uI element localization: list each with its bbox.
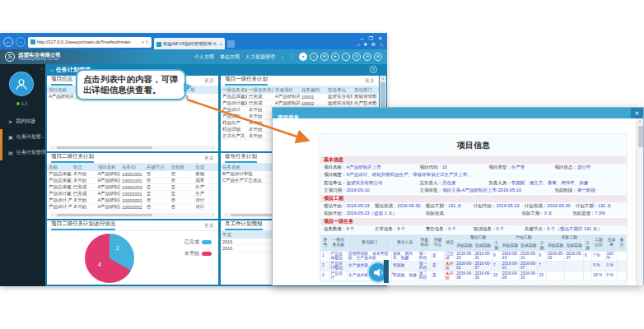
home-icon[interactable]: ⌂ xyxy=(357,42,360,48)
more-link[interactable]: 更多 xyxy=(365,77,375,85)
h-scrollbar[interactable]: ‹› xyxy=(50,146,215,150)
tab-close-icon[interactable]: × xyxy=(220,42,222,47)
cell: 生产 xyxy=(194,184,218,191)
nav-circle-icon[interactable]: ↻ xyxy=(352,53,361,61)
scrollbar-thumb[interactable] xyxy=(638,126,643,147)
scrollbar-thumb[interactable] xyxy=(380,82,385,110)
field-value[interactable]: 2016-05-10 xyxy=(347,188,370,193)
address-bar[interactable]: http://127.0.0.1/seeyon/main.do?method=m… xyxy=(28,37,152,48)
field-value[interactable]: 项目立项-A产品研制并上市-2016-05-10 xyxy=(442,188,521,193)
window-close-button[interactable]: ✕ xyxy=(378,36,382,41)
field-value[interactable]: 0 个 xyxy=(496,226,504,232)
field-value[interactable]: 2016-05-23（提前 1 天） xyxy=(347,211,398,216)
popup-scrollbar[interactable]: ∧ xyxy=(636,118,643,285)
field-value[interactable]: 0 天 xyxy=(544,211,553,216)
nav-circle-icon[interactable]: ● xyxy=(299,53,307,61)
cell: 否 xyxy=(145,171,170,178)
scroll-up-icon[interactable]: ∧ xyxy=(637,118,643,124)
scroll-up-icon[interactable]: ∧ xyxy=(380,76,386,81)
table-row[interactable]: 产品总体规划已完成A产品研制并上市10001远望实业有限公司营销管理部、成本管… xyxy=(221,94,379,100)
table-row[interactable]: 产品设计规划已完成A产品研制并上市10002001是是生产 xyxy=(47,191,218,197)
more-link[interactable]: 更多 xyxy=(204,77,214,85)
field: 计划开始：2016-05-23 xyxy=(474,203,525,209)
user-avatar[interactable] xyxy=(9,72,34,96)
sidebar-collapse-icon[interactable]: ‹ xyxy=(41,66,43,72)
url-text[interactable]: http://127.0.0.1/seeyon/main.do?method=m… xyxy=(37,39,140,44)
table-row[interactable]: 产品总体规划-产品总体规划管理部分未开始A产品研制并上市10001001否否营销 xyxy=(47,171,218,178)
new-tab-button[interactable] xyxy=(227,40,235,48)
cell: 产品设计-产品外形设计 xyxy=(47,197,72,204)
nav-item-personal-space[interactable]: 个人空间 xyxy=(194,53,214,61)
table-row[interactable]: 产品总体规划-产品总体规划技术部分及C..已完成A产品研制并上市10001003… xyxy=(47,184,218,191)
field-value[interactable]: 2016-05-23 xyxy=(347,203,370,209)
field-value[interactable]: 9 个 xyxy=(397,226,405,232)
field-value[interactable]: 0 个 xyxy=(448,226,456,232)
scrollbar-bottom-thumb[interactable] xyxy=(384,260,389,283)
field-value[interactable]: 第一阶段 xyxy=(577,188,595,193)
field-value[interactable]: 7.0% xyxy=(595,211,606,216)
field-value[interactable]: 131 天 xyxy=(448,203,461,209)
refresh-icon[interactable]: ↻ xyxy=(146,39,149,44)
sidebar-item-my-shortcuts[interactable]: ➤ 我的快捷 xyxy=(0,114,45,129)
table-row[interactable]: 产品总体规划-产品总体规划成本部分未开始A产品研制并上市10001002否否成本 xyxy=(47,178,218,184)
field-value[interactable]: 9 个 xyxy=(347,226,355,232)
field-value[interactable]: 远望实业有限公司 xyxy=(347,180,383,186)
cell xyxy=(547,261,565,271)
field-value[interactable]: 李国财、德立力、基琳、周伟年、孙娜 xyxy=(511,180,589,186)
field-value[interactable]: 2016-09-30 xyxy=(547,203,570,209)
address-dropdown-icon[interactable]: ▾ xyxy=(142,39,144,44)
nav-circle-icon[interactable]: ✉ xyxy=(320,53,329,61)
field-value[interactable]: A产品研制并上市 xyxy=(347,164,381,170)
popup-close-button[interactable]: ✕ xyxy=(631,108,643,118)
help-button[interactable]: ? xyxy=(370,66,377,73)
field-value[interactable]: 2016-09-30 xyxy=(397,203,420,209)
scroll-down-icon[interactable]: ⌄ xyxy=(390,269,395,276)
cell: A产品研制并上市 xyxy=(96,171,120,178)
back-button[interactable]: ← xyxy=(3,37,13,47)
sidebar-item-task-plan[interactable]: ▣ 任务计划管... xyxy=(0,129,45,145)
column-header: 负责 xyxy=(194,164,218,171)
window-maximize-button[interactable]: ❐ xyxy=(369,36,373,41)
field-value[interactable]: 2016-05-23 xyxy=(496,203,519,209)
cell: 2016-05-31 xyxy=(474,251,492,261)
field-value[interactable]: 10 xyxy=(442,164,447,170)
field-value[interactable]: 9 个（预估工期共 131 天） xyxy=(547,226,601,232)
field-value[interactable]: 生产类 xyxy=(511,164,525,170)
sidebar-item-task-plan-mgmt[interactable]: ▤ 任务计划管理 xyxy=(0,145,45,160)
field-value[interactable]: 131 天 xyxy=(598,203,611,209)
nav-circle-icon[interactable]: ◔ xyxy=(342,53,350,61)
favorites-star-icon[interactable]: ★ xyxy=(363,42,367,48)
popup-titlebar[interactable]: 项目信息 ✕ xyxy=(273,108,643,118)
more-link[interactable]: 更多 xyxy=(204,155,214,162)
forward-button[interactable]: → xyxy=(16,37,26,47)
smiley-feedback-icon[interactable]: ☺ xyxy=(379,42,384,48)
field-label: 计划完成： xyxy=(525,203,548,209)
h-scrollbar[interactable]: ‹› xyxy=(50,213,215,217)
column-header: 完成日期 xyxy=(474,240,492,251)
nav-circle-icon[interactable]: ➤ xyxy=(331,53,339,61)
field-label: 预估开始： xyxy=(324,203,347,209)
nav-circle-icon[interactable]: ⊕ xyxy=(374,53,382,61)
table-row[interactable]: 产品设计规划已完成A产品研制并上市10002远望实业有限公司生产技术部 xyxy=(221,100,379,107)
cell: 10001002 xyxy=(120,178,145,184)
popup-window: 项目信息 ✕ 项目信息 基本信息 项目名称：A产品研制并上市项目代码：10项目类… xyxy=(272,107,644,285)
field-label: 预估工期： xyxy=(426,203,449,209)
chevron-down-icon[interactable]: ⌄ xyxy=(281,54,284,59)
nav-circle-icons: ●⌕✉➤◔↻Ⓐ⊕ xyxy=(299,53,382,61)
field-value[interactable]: 洪任勇 xyxy=(442,180,456,186)
field-value[interactable]: A产品设计、研制并将样品生产、审核评审后正式生产并上市。 xyxy=(347,172,472,178)
nav-item-org-space[interactable]: 单位空间 xyxy=(220,53,240,61)
window-minimize-button[interactable]: ─ xyxy=(360,36,363,41)
settings-gear-icon[interactable]: ⚙ xyxy=(371,42,375,48)
table-row[interactable]: 产品设计-产品外形设计未开始A产品研制并上市10003001否否设计 xyxy=(47,197,218,204)
field-value[interactable]: 进行中 xyxy=(577,164,591,170)
more-link[interactable]: 更多 xyxy=(204,222,214,229)
nav-item-hr-management[interactable]: 人力资源管理 xyxy=(245,53,275,61)
callout-bubble: 点击列表中的内容，可弹出详细信息供查看。 xyxy=(76,69,186,100)
table-row[interactable]: 产品设计-产品功能设计未开始A产品研制并上市10003002否否设计 xyxy=(47,204,218,211)
browser-tab[interactable]: 致远A8-V5协同管理软件 V.. × xyxy=(154,38,225,50)
column-header: 关键节点 xyxy=(145,164,170,171)
nav-circle-icon[interactable]: Ⓐ xyxy=(363,53,371,61)
nav-circle-icon[interactable]: ⌕ xyxy=(310,53,318,61)
field-row: 责任单位：远望实业有限公司总负责人：洪任勇负责人员：李国财、德立力、基琳、周伟年… xyxy=(320,179,627,188)
